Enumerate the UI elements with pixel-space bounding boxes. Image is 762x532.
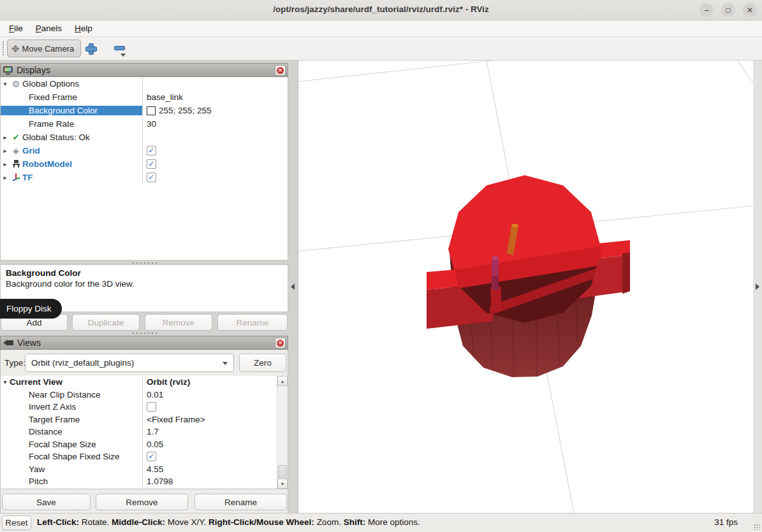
panel-splitter[interactable]	[288, 61, 298, 513]
tree-row[interactable]: ▾⚙Global Options	[1, 77, 288, 90]
property-label: TF	[22, 173, 33, 182]
remove-button: Remove	[145, 314, 212, 331]
tree-row[interactable]: Target Frame<Fixed Frame>	[1, 413, 288, 426]
expand-right-icon[interactable]	[756, 284, 759, 290]
property-label: Focal Shape Fixed Size	[29, 452, 120, 461]
property-value[interactable]: 0.01	[142, 389, 288, 401]
add-tool-icon[interactable]	[85, 43, 96, 54]
tree-row[interactable]: Pitch1.0798	[1, 475, 288, 488]
property-value[interactable]: base_link	[142, 90, 288, 104]
close-button[interactable]: ✕	[743, 3, 757, 17]
property-value[interactable]: 1.0798	[142, 475, 288, 488]
property-label: Yaw	[29, 464, 45, 474]
property-value[interactable]: ✓	[142, 157, 288, 171]
expander-right-icon[interactable]: ▸	[1, 161, 10, 168]
tree-row[interactable]: Near Clip Distance0.01	[1, 389, 288, 401]
property-value[interactable]	[142, 488, 288, 490]
expander-down-icon[interactable]: ▾	[1, 80, 10, 87]
checkbox-checked[interactable]: ✓	[147, 452, 156, 461]
remove-button[interactable]: Remove	[96, 494, 188, 510]
value-text: base_link	[147, 92, 183, 102]
tree-row[interactable]: Fixed Framebase_link	[1, 90, 288, 104]
property-value[interactable]: ✓	[142, 171, 288, 184]
minimize-button[interactable]: –	[700, 3, 714, 17]
toolbar-drag-handle[interactable]	[2, 41, 5, 57]
tree-row[interactable]: Focal Shape Fixed Size✓	[1, 450, 288, 463]
property-value[interactable]	[142, 131, 288, 144]
resize-grip[interactable]	[754, 524, 760, 530]
type-label: Type:	[4, 358, 26, 368]
displays-close-button[interactable]: ✕	[275, 65, 286, 76]
collapse-left-icon[interactable]	[291, 284, 295, 290]
views-panel-header[interactable]: Views ✕	[0, 336, 288, 350]
views-tree: ▾Current ViewOrbit (rviz)Near Clip Dista…	[0, 376, 288, 489]
zero-button[interactable]: Zero	[239, 354, 286, 372]
views-close-button[interactable]: ✕	[275, 338, 286, 349]
scroll-up-icon[interactable]: ▲	[277, 376, 288, 386]
scrollbar[interactable]: ▲▼	[277, 376, 288, 489]
rename-button: Rename	[217, 314, 288, 331]
expander-right-icon[interactable]: ▸	[1, 134, 10, 141]
property-label: Current View	[10, 377, 62, 387]
color-swatch[interactable]	[147, 106, 156, 115]
menu-item-file[interactable]: File	[3, 22, 29, 35]
3d-viewport[interactable]	[298, 61, 753, 513]
tooltip-text: Floppy Disk	[6, 304, 52, 313]
splitter-handle[interactable]	[131, 332, 157, 334]
robot-joint-axis-magenta	[492, 256, 499, 290]
property-label: Fixed Frame	[29, 92, 77, 102]
tree-row[interactable]: ▸◈Grid✓	[1, 144, 288, 157]
property-value[interactable]: <Fixed Frame>	[142, 413, 288, 426]
tree-row[interactable]: Distance1.7	[1, 426, 288, 438]
tree-row[interactable]: Yaw4.55	[1, 463, 288, 476]
maximize-button[interactable]: □	[721, 3, 735, 17]
property-value[interactable]: 30	[142, 117, 288, 131]
titlebar: /opt/ros/jazzy/share/urdf_tutorial/rviz/…	[0, 0, 762, 20]
menu-item-help[interactable]: Help	[68, 22, 99, 35]
property-description-title: Background Color	[6, 268, 282, 278]
expander-right-icon[interactable]: ▸	[1, 174, 10, 181]
tree-row[interactable]: ▸RobotModel✓	[1, 157, 288, 171]
property-value[interactable]: 255; 255; 255	[142, 104, 288, 117]
tree-row[interactable]: Background Color255; 255; 255	[1, 104, 288, 117]
save-button[interactable]: Save	[2, 494, 91, 510]
tree-row[interactable]: Focal Shape Size0.05	[1, 438, 288, 451]
tree-row[interactable]: Invert Z Axis	[1, 401, 288, 413]
rename-button[interactable]: Rename	[194, 494, 287, 510]
property-value[interactable]: Orbit (rviz)	[142, 376, 288, 389]
reset-button[interactable]: Reset	[2, 515, 31, 530]
property-description-body: Background color for the 3D view.	[6, 279, 282, 289]
move-camera-button[interactable]: ✥ Move Camera	[7, 40, 81, 57]
displays-panel-header[interactable]: Displays ✕	[0, 63, 288, 77]
tree-row[interactable]: ▾Current ViewOrbit (rviz)	[1, 376, 288, 389]
tree-row[interactable]: ▸✔Global Status: Ok	[1, 131, 288, 144]
views-button-row: SaveRemoveRename	[0, 494, 288, 510]
checkbox-checked[interactable]: ✓	[147, 146, 156, 155]
checkbox-unchecked[interactable]	[147, 402, 156, 412]
displays-tree: ▾⚙Global OptionsFixed Framebase_linkBack…	[0, 77, 288, 261]
scroll-down-icon[interactable]: ▼	[277, 478, 288, 489]
value-text: Orbit (rviz)	[147, 377, 190, 387]
checkbox-checked[interactable]: ✓	[147, 173, 156, 182]
property-value[interactable]: 1.7	[142, 426, 288, 438]
property-value[interactable]: 4.55	[142, 463, 288, 476]
menu-item-panels[interactable]: Panels	[29, 22, 68, 35]
panel-splitter-right[interactable]	[753, 61, 762, 513]
remove-tool-dropdown-icon[interactable]	[121, 54, 126, 57]
scroll-thumb[interactable]	[278, 465, 287, 480]
property-value[interactable]	[142, 77, 288, 90]
tree-row[interactable]: ▸TF✓	[1, 171, 288, 184]
property-value[interactable]	[142, 401, 288, 413]
property-value[interactable]: ✓	[142, 144, 288, 157]
remove-tool-icon[interactable]	[114, 46, 125, 50]
tree-row[interactable]: Frame Rate30	[1, 117, 288, 131]
tree-row[interactable]: Focal Point	[1, 488, 288, 490]
checkbox-checked[interactable]: ✓	[147, 159, 156, 169]
view-type-combobox[interactable]: Orbit (rviz_default_plugins)	[25, 354, 234, 372]
property-value[interactable]: 0.05	[142, 438, 288, 451]
value-text: 0.01	[147, 390, 163, 399]
fps-counter: 31 fps	[714, 517, 738, 527]
expander-right-icon[interactable]: ▸	[1, 147, 10, 154]
expander-down-icon[interactable]: ▾	[1, 378, 10, 385]
property-value[interactable]: ✓	[142, 450, 288, 463]
